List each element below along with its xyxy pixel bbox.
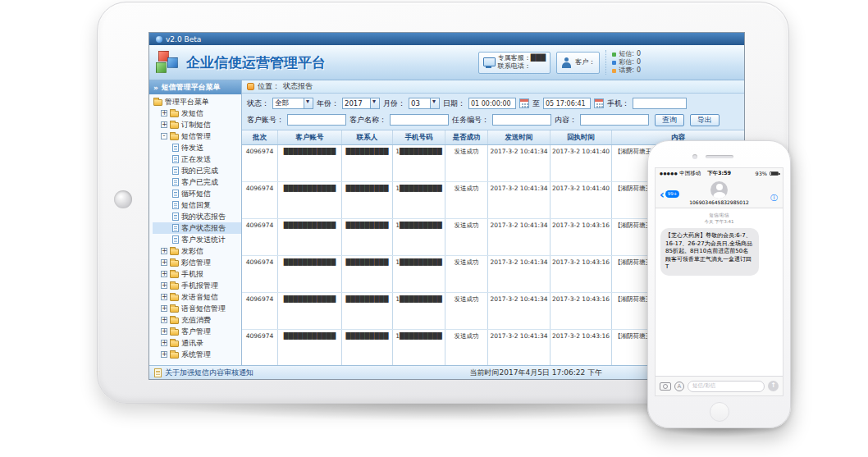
unread-badge: 99+: [665, 190, 680, 198]
sidebar-item[interactable]: 彩信管理: [153, 257, 241, 268]
name-input[interactable]: [390, 114, 449, 126]
sidebar-sub-item-label: 客户状态报告: [181, 223, 226, 234]
filter-row-1: 状态： 全部 年份： 2017 月份： 03 日期： 至 手机：: [247, 97, 739, 110]
sidebar-menu-bottom: 发彩信 彩信管理 手机报: [153, 245, 241, 360]
expand-icon[interactable]: [161, 294, 167, 300]
sidebar-sub-item[interactable]: 待发送: [153, 142, 241, 153]
sidebar-sub-item[interactable]: 客户发送统计: [153, 234, 241, 245]
sidebar-item[interactable]: 充值消费: [153, 314, 241, 326]
calendar-icon[interactable]: [519, 98, 529, 108]
sidebar-item[interactable]: 手机报: [153, 268, 241, 280]
account-input[interactable]: [287, 114, 346, 126]
cell-success: 发送成功: [445, 256, 488, 292]
customer-person-icon: [561, 57, 572, 68]
sidebar-sub-item[interactable]: 循环短信: [153, 188, 241, 199]
sidebar-sub-item[interactable]: 正在发送: [153, 153, 241, 165]
camera-icon[interactable]: [660, 382, 671, 391]
sidebar-item[interactable]: 发语音短信: [153, 291, 241, 303]
cell-batch: 4096974: [242, 256, 278, 292]
expand-icon[interactable]: [161, 110, 167, 117]
cell-contact: █████████: [342, 182, 393, 218]
home-button[interactable]: [710, 402, 729, 422]
cell-mobile: 1█████████: [393, 182, 445, 218]
column-header[interactable]: 手机号码: [393, 130, 445, 144]
sidebar-item-label: 订制短信: [181, 120, 211, 130]
column-header[interactable]: 批次: [242, 130, 278, 144]
cell-send-time: 2017-3-2 10:41:34: [488, 145, 550, 181]
year-select[interactable]: 2017: [342, 98, 380, 109]
mobile-input[interactable]: [633, 98, 687, 109]
sidebar-root-item[interactable]: 管理平台菜单: [153, 96, 241, 107]
sidebar-sub-item[interactable]: 客户已完成: [153, 176, 241, 188]
customer-box: 客户：: [556, 52, 600, 74]
column-header[interactable]: 客户账号: [278, 130, 342, 144]
expand-icon[interactable]: [161, 259, 167, 266]
back-button[interactable]: 99+: [660, 186, 679, 202]
month-select[interactable]: 03: [409, 98, 440, 109]
sidebar-title-label: 短信管理平台菜单: [162, 82, 221, 93]
filter-row-2: 客户账号： 客户名称： 任务编号： 内容： 查询 导出: [247, 113, 739, 126]
column-header[interactable]: 发送时间: [488, 130, 550, 144]
cell-send-time: 2017-3-2 10:41:34: [488, 182, 550, 218]
expand-icon[interactable]: [161, 351, 167, 358]
task-input[interactable]: [492, 114, 551, 126]
apps-icon[interactable]: [674, 382, 684, 391]
search-button[interactable]: 查询: [655, 114, 684, 126]
notice-link[interactable]: 关于加强短信内容审核通知: [154, 368, 254, 378]
sidebar-item[interactable]: 客户管理: [153, 326, 241, 337]
column-header[interactable]: 是否成功: [445, 130, 488, 144]
sidebar-item[interactable]: 发短信: [153, 107, 241, 119]
message-input[interactable]: 短信/彩信: [688, 381, 765, 392]
sidebar-item[interactable]: 系统管理: [153, 349, 241, 360]
sidebar-sub-item[interactable]: 我的状态报告: [153, 211, 241, 222]
mobile-label: 手机：: [607, 98, 629, 109]
date-to-input[interactable]: [543, 98, 591, 109]
expand-icon[interactable]: [161, 271, 167, 277]
sidebar-sub-item[interactable]: 短信回复: [153, 199, 241, 211]
sidebar-item[interactable]: 发彩信: [153, 245, 241, 257]
sidebar-sub-item[interactable]: 客户状态报告: [153, 222, 241, 234]
sidebar-sub-item[interactable]: 我的已完成: [153, 165, 241, 176]
sidebar-sub-item-label: 客户发送统计: [181, 235, 226, 245]
date-from-input[interactable]: [468, 98, 516, 109]
sidebar-item-label: 短信管理: [181, 131, 211, 142]
phone-camera-icon: [692, 154, 697, 159]
sidebar-item[interactable]: 短信管理: [153, 130, 241, 142]
expand-icon[interactable]: [161, 133, 167, 139]
status-select[interactable]: 全部: [272, 98, 313, 109]
expand-icon[interactable]: [161, 248, 167, 254]
sidebar-item-label: 系统管理: [181, 350, 211, 360]
stat-label: 彩信:: [619, 58, 634, 66]
expand-icon[interactable]: [161, 282, 167, 289]
send-button[interactable]: [768, 381, 779, 391]
content-input[interactable]: [580, 114, 649, 126]
version-label: v2.0 Beta: [166, 35, 201, 43]
document-icon: [154, 368, 162, 377]
expand-icon[interactable]: [161, 340, 167, 346]
column-header[interactable]: 联系人: [342, 130, 393, 144]
task-label: 任务编号：: [452, 115, 489, 126]
expand-icon[interactable]: [161, 328, 167, 335]
sidebar-item[interactable]: 手机报管理: [153, 280, 241, 291]
sidebar-item[interactable]: 通讯录: [153, 337, 241, 349]
expand-icon[interactable]: [161, 317, 167, 323]
cell-send-time: 2017-3-2 10:41:34: [488, 219, 550, 255]
expand-icon[interactable]: [161, 121, 167, 128]
folder-icon: [170, 111, 179, 117]
info-icon[interactable]: [770, 188, 778, 203]
cell-receipt-time: 2017-3-2 10:41:40: [550, 145, 612, 181]
sidebar-item[interactable]: 订制短信: [153, 119, 241, 130]
calendar-icon[interactable]: [594, 98, 604, 108]
cell-receipt-time: 2017-3-2 10:43:16: [550, 256, 612, 292]
phone-label: 联系电话：: [498, 62, 531, 70]
app-title: 企业信使运营管理平台: [186, 53, 326, 72]
cell-receipt-time: 2017-3-2 10:43:16: [550, 330, 612, 365]
sidebar-item[interactable]: 语音短信管理: [153, 303, 241, 314]
message-type-label: 短信/彩信: [660, 213, 778, 219]
expand-icon[interactable]: [161, 305, 167, 312]
column-header[interactable]: 回执时间: [550, 130, 612, 144]
page-icon: [172, 190, 179, 198]
export-button[interactable]: 导出: [690, 114, 720, 126]
stat-label: 话费:: [619, 66, 634, 75]
cell-success: 发送成功: [445, 182, 488, 218]
